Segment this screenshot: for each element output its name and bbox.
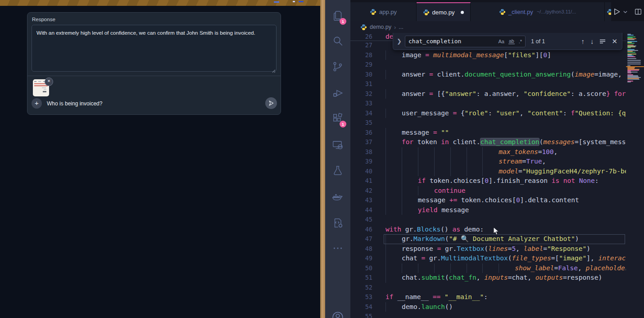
tab-label: app.py [379, 9, 397, 15]
find-widget: ❯ chat_completion Aa ab .* 1 of 1 ↑ ↓ ✕ [393, 33, 622, 50]
code-line-43[interactable]: 43message += token.choices[0].delta.cont… [350, 195, 626, 205]
run-button[interactable] [612, 7, 621, 16]
line-number: 49 [350, 254, 372, 263]
explorer-icon[interactable]: 1 [325, 6, 350, 26]
line-number: 27 [350, 41, 372, 50]
code-line-45[interactable]: 45 [350, 215, 626, 225]
find-next-button[interactable]: ↓ [590, 37, 594, 45]
textarea-resize-handle[interactable] [271, 68, 276, 73]
wallpaper-speck [274, 1, 279, 3]
attachment-close-button[interactable]: ✕ [45, 77, 53, 86]
match-case-button[interactable]: Aa [499, 39, 504, 44]
remote-explorer-icon[interactable] [325, 135, 350, 155]
run-debug-icon[interactable] [325, 83, 350, 103]
find-input[interactable]: chat_completion Aa ab .* [405, 36, 526, 47]
code-line-44[interactable]: 44yield message [350, 205, 626, 215]
code-line-47[interactable]: 47gr.Markdown("# 🔍 Document Analyzer Cha… [350, 234, 626, 244]
breadcrumb-separator: › [394, 24, 396, 31]
explorer-badge: 1 [340, 18, 346, 25]
more-views-icon[interactable] [325, 238, 350, 258]
find-query-text[interactable]: chat_completion [408, 38, 494, 45]
find-previous-button[interactable]: ↑ [581, 37, 585, 45]
testing-icon[interactable] [325, 161, 350, 181]
tab-label: _client.py [508, 9, 533, 15]
regex-button[interactable]: .* [519, 39, 522, 44]
code-line-33[interactable]: 33 [350, 99, 626, 109]
code-line-30[interactable]: 30answer = client.document_question_answ… [350, 70, 626, 80]
line-number: 48 [350, 244, 372, 254]
search-icon[interactable] [325, 31, 350, 51]
add-attachment-button[interactable]: + [32, 98, 42, 109]
chat-input[interactable]: Who is being invoiced? [47, 100, 102, 107]
code-line-54[interactable]: 54demo.launch() [350, 302, 626, 312]
find-close-button[interactable]: ✕ [612, 37, 617, 45]
code-line-55[interactable]: 55 [350, 312, 626, 318]
code-line-41[interactable]: 41if token.choices[0].finish_reason is n… [350, 176, 626, 186]
docker-icon[interactable] [325, 187, 350, 207]
panel-divider [27, 76, 281, 76]
tab-_client.py[interactable]: _client.py~/.../python3.11/... [471, 2, 605, 21]
code-line-51[interactable]: 51chat.submit(chat_fn, inputs=chat, outp… [350, 273, 626, 283]
python-file-icon [499, 9, 506, 15]
find-in-selection-button[interactable] [599, 38, 606, 45]
code-line-36[interactable]: 36message = "" [350, 128, 626, 138]
activity-bar: 11 [325, 0, 350, 318]
code-line-37[interactable]: 37for token in client.chat_completion(me… [350, 137, 626, 147]
code-line-35[interactable]: 35 [350, 118, 626, 128]
code-line-34[interactable]: 34user_message = {"role": "user", "conte… [350, 109, 626, 118]
code-editor[interactable]: 26def 2728image = multimodal_message["fi… [350, 33, 626, 318]
line-number: 31 [350, 79, 372, 89]
run-dropdown-button[interactable] [623, 9, 628, 14]
minimap[interactable] [626, 33, 644, 318]
tab-app.py[interactable]: app.py [350, 2, 417, 21]
line-number: 39 [350, 157, 372, 167]
breadcrumb-symbol[interactable]: ... [399, 24, 403, 30]
code-line-29[interactable]: 29 [350, 60, 626, 70]
line-number: 30 [350, 70, 372, 80]
find-expand-chevron-icon[interactable]: ❯ [397, 38, 405, 45]
source-control-icon[interactable] [325, 57, 350, 77]
line-number: 46 [350, 225, 372, 235]
line-number: 42 [350, 186, 372, 196]
line-number: 33 [350, 99, 372, 109]
response-textarea[interactable]: With an extremely high level of confiden… [32, 25, 277, 72]
line-number: 44 [350, 205, 372, 215]
sticky-line-number: 26 [350, 33, 372, 41]
code-line-50[interactable]: 50show_label=False, placeholder= [350, 263, 626, 273]
line-number: 55 [350, 312, 372, 318]
code-line-39[interactable]: 39stream=True, [350, 157, 626, 167]
extensions-icon[interactable]: 1 [325, 109, 350, 128]
code-line-31[interactable]: 31 [350, 79, 626, 89]
whole-word-button[interactable]: ab [508, 38, 515, 44]
send-icon [268, 100, 275, 107]
line-number: 34 [350, 109, 372, 118]
code-line-49[interactable]: 49chat = gr.MultimodalTextbox(file_types… [350, 254, 626, 263]
extensions-badge: 1 [340, 121, 346, 127]
code-line-46[interactable]: 46with gr.Blocks() as demo: [350, 225, 626, 235]
line-number: 43 [350, 195, 372, 205]
line-number: 29 [350, 60, 372, 70]
code-line-48[interactable]: 48response = gr.Textbox(lines=5, label="… [350, 244, 626, 254]
split-editor-button[interactable] [634, 8, 642, 16]
python-file-icon [360, 24, 367, 31]
line-number: 51 [350, 273, 372, 283]
code-line-38[interactable]: 38max_tokens=100, [350, 147, 626, 157]
desktop-wallpaper-gap [320, 0, 325, 318]
code-line-40[interactable]: 40model="HuggingFaceH4/zephyr-7b-beta [350, 167, 626, 177]
send-button[interactable] [265, 97, 277, 109]
breadcrumb-file[interactable]: demo.py [370, 24, 391, 30]
line-number: 53 [350, 292, 372, 302]
code-line-52[interactable]: 52 [350, 283, 626, 293]
gradio-form-panel: Response With an extremely high level of… [27, 12, 281, 115]
account-icon[interactable] [325, 307, 350, 318]
editor-tab-bar: app.pydemo.py_client.py~/.../python3.11/… [350, 0, 644, 21]
code-task-icon[interactable] [325, 213, 350, 233]
line-number: 40 [350, 167, 372, 177]
tab-demo.py[interactable]: demo.py [417, 2, 471, 21]
code-line-53[interactable]: 53if __name__ == "__main__": [350, 292, 626, 302]
tab-description: ~/.../python3.11/... [537, 9, 576, 14]
code-line-32[interactable]: 32answer = [{"answer": a.answer, "confid… [350, 89, 626, 99]
code-line-42[interactable]: 42continue [350, 186, 626, 196]
code-line-28[interactable]: 28image = multimodal_message["files"][0] [350, 50, 626, 60]
overflow-tab[interactable] [605, 2, 611, 21]
